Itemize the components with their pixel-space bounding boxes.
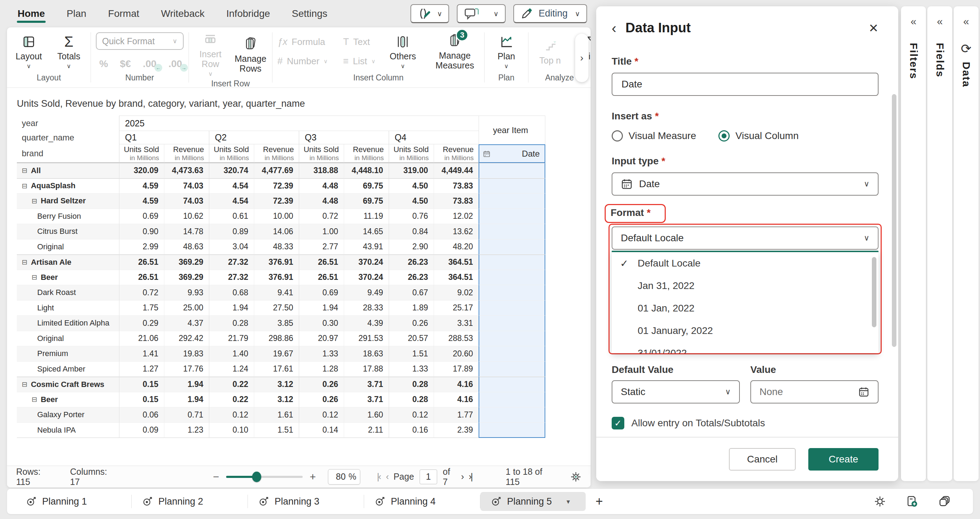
row-label[interactable]: ⊟Cosmic Craft Brews — [17, 377, 119, 392]
value-cell[interactable]: 0.72 — [299, 209, 344, 224]
menu-infobridge[interactable]: Infobridge — [226, 2, 271, 25]
zoom-out-button[interactable]: − — [213, 471, 219, 483]
value-cell[interactable]: 0.29 — [119, 316, 164, 331]
quick-format-dropdown[interactable]: Quick Format ∨ — [96, 32, 184, 50]
collapse-icon[interactable]: ⊟ — [22, 166, 27, 175]
value-cell[interactable]: 48.33 — [254, 239, 299, 255]
value-cell[interactable]: 364.51 — [434, 270, 479, 285]
measure-header[interactable]: Units Soldin Millions — [389, 144, 434, 163]
row-label[interactable]: Berry Fusion — [17, 209, 119, 224]
row-label[interactable]: ⊟Beer — [17, 392, 119, 408]
value-cell[interactable]: 1.24 — [209, 362, 254, 377]
measure-header[interactable]: Units Soldin Millions — [119, 144, 164, 163]
quarter-header[interactable]: Q4 — [389, 131, 479, 144]
value-cell[interactable]: 4.59 — [119, 178, 164, 194]
value-cell[interactable]: 27.32 — [209, 270, 254, 285]
format-option[interactable]: 01 January, 2022 — [612, 320, 878, 342]
value-cell[interactable]: 72.39 — [254, 194, 299, 209]
value-cell[interactable]: 21.06 — [119, 331, 164, 347]
value-cell[interactable]: 1.77 — [434, 408, 479, 423]
value-cell[interactable]: 4.16 — [434, 392, 479, 408]
decrease-decimal-icon[interactable]: .00← — [143, 58, 157, 70]
row-label[interactable]: Dark Roast — [17, 285, 119, 301]
others-column-button[interactable]: Others ∨ — [386, 34, 420, 70]
expand-chevrons-icon[interactable]: « — [963, 16, 969, 27]
date-entry-cell[interactable] — [479, 163, 545, 178]
value-cell[interactable]: 9.02 — [434, 285, 479, 301]
quarter-header[interactable]: Q3 — [299, 131, 389, 144]
date-column-header[interactable]: Date — [479, 144, 545, 163]
value-cell[interactable]: 11.19 — [344, 209, 389, 224]
refresh-icon[interactable]: ⟳ — [961, 41, 971, 56]
tab-planning-4[interactable]: Planning 4 — [364, 489, 480, 514]
value-cell[interactable]: 319.00 — [389, 163, 434, 178]
percent-format-icon[interactable]: % — [99, 58, 108, 70]
value-cell[interactable]: 10.62 — [164, 209, 209, 224]
value-cell[interactable]: 4.48 — [299, 178, 344, 194]
fields-rail[interactable]: « Fields — [928, 6, 952, 481]
value-cell[interactable]: 28.33 — [344, 301, 389, 316]
measure-header[interactable]: Revenuein Millions — [254, 144, 299, 163]
format-dropdown[interactable]: Default Locale ∨ — [612, 226, 878, 250]
date-entry-cell[interactable] — [479, 194, 545, 209]
caret-down-icon[interactable]: ▾ — [567, 498, 570, 506]
value-cell[interactable]: 26.51 — [119, 270, 164, 285]
value-cell[interactable]: 2.90 — [389, 239, 434, 255]
value-cell[interactable]: 3.31 — [434, 316, 479, 331]
value-cell[interactable]: 0.16 — [389, 423, 434, 438]
comments-dropdown[interactable]: ∨ — [457, 4, 506, 23]
default-value-dropdown[interactable]: Static ∨ — [612, 380, 740, 403]
year-value-header[interactable]: 2025 — [119, 116, 479, 131]
date-entry-cell[interactable] — [479, 270, 545, 285]
value-cell[interactable]: 4.16 — [434, 377, 479, 392]
collapse-icon[interactable]: ⊟ — [22, 258, 27, 266]
plan-button[interactable]: Plan ∨ — [490, 34, 523, 70]
value-cell[interactable]: 13.62 — [434, 224, 479, 239]
value-cell[interactable]: 288.53 — [434, 331, 479, 347]
value-cell[interactable]: 0.09 — [119, 423, 164, 438]
date-entry-cell[interactable] — [479, 285, 545, 301]
value-cell[interactable]: 17.61 — [254, 362, 299, 377]
manage-measures-button[interactable]: 3 Manage Measures — [430, 33, 479, 70]
value-cell[interactable]: 26.51 — [299, 270, 344, 285]
value-cell[interactable]: 0.26 — [389, 316, 434, 331]
value-cell[interactable]: 1.00 — [299, 224, 344, 239]
expand-chevrons-icon[interactable]: « — [910, 16, 916, 27]
date-entry-cell[interactable] — [479, 423, 545, 438]
row-label[interactable]: ⊟Hard Seltzer — [17, 194, 119, 209]
value-cell[interactable]: 3.12 — [254, 377, 299, 392]
value-cell[interactable]: 369.29 — [164, 270, 209, 285]
value-cell[interactable]: 0.68 — [209, 285, 254, 301]
value-cell[interactable]: 21.79 — [209, 331, 254, 347]
value-cell[interactable]: 3.85 — [254, 316, 299, 331]
value-cell[interactable]: 298.86 — [254, 331, 299, 347]
value-cell[interactable]: 0.26 — [299, 392, 344, 408]
value-cell[interactable]: 4.39 — [344, 316, 389, 331]
value-cell[interactable]: 1.94 — [209, 301, 254, 316]
value-cell[interactable]: 4,448.10 — [344, 163, 389, 178]
value-cell[interactable]: 4.37 — [164, 316, 209, 331]
close-icon[interactable]: ✕ — [869, 21, 879, 35]
value-cell[interactable]: 1.28 — [299, 362, 344, 377]
value-cell[interactable]: 0.89 — [209, 224, 254, 239]
date-entry-cell[interactable] — [479, 316, 545, 331]
quarter-header[interactable]: Q1 — [119, 131, 209, 144]
value-cell[interactable]: 320.74 — [209, 163, 254, 178]
value-cell[interactable]: 9.41 — [254, 285, 299, 301]
value-cell[interactable]: 0.06 — [119, 408, 164, 423]
date-entry-cell[interactable] — [479, 362, 545, 377]
date-entry-cell[interactable] — [479, 377, 545, 392]
back-chevron-icon[interactable]: ‹ — [612, 21, 616, 35]
value-cell[interactable]: 19.83 — [164, 346, 209, 362]
collapse-icon[interactable]: ⊟ — [32, 197, 37, 205]
row-label[interactable]: Light — [17, 301, 119, 316]
radio-visual-measure[interactable]: Visual Measure — [612, 130, 696, 142]
value-cell[interactable]: 19.67 — [254, 346, 299, 362]
value-cell[interactable]: 2.39 — [434, 423, 479, 438]
format-option[interactable]: 31/01/2022 — [612, 342, 878, 353]
date-entry-cell[interactable] — [479, 178, 545, 194]
measure-header[interactable]: Units Soldin Millions — [209, 144, 254, 163]
formula-column-button[interactable]: ƒx Formula — [277, 37, 328, 48]
value-cell[interactable]: 1.94 — [164, 392, 209, 408]
value-cell[interactable]: 0.84 — [389, 224, 434, 239]
